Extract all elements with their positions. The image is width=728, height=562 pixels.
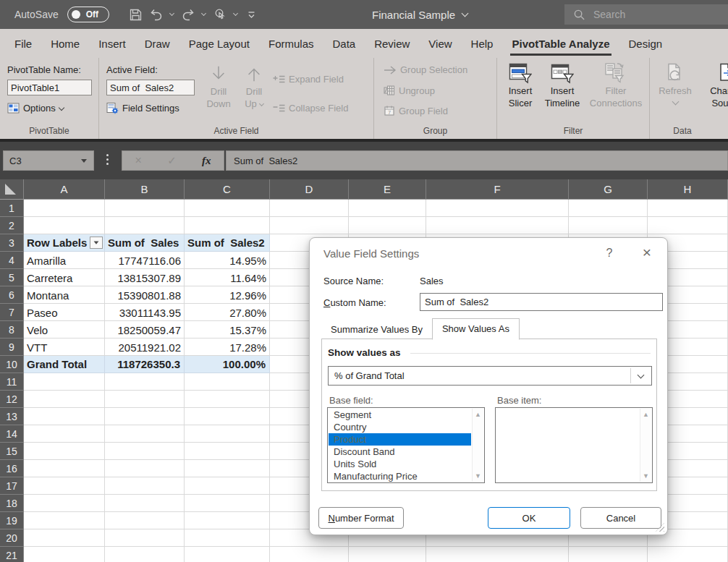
undo-icon[interactable]	[147, 4, 166, 25]
base-field-listbox[interactable]: Segment Country Product Discount Band Un…	[327, 407, 485, 483]
insert-slicer-button[interactable]: Insert Slicer	[501, 61, 539, 109]
close-icon[interactable]: ×	[638, 244, 656, 261]
tab-page-layout[interactable]: Page Layout	[179, 29, 259, 58]
tab-view[interactable]: View	[419, 29, 461, 58]
touch-mode-icon[interactable]	[211, 4, 229, 25]
cell-a5[interactable]: Carretera	[24, 269, 105, 286]
row-header-14[interactable]: 14	[0, 425, 24, 443]
tab-review[interactable]: Review	[365, 29, 419, 58]
row-header-11[interactable]: 11	[0, 373, 24, 391]
row-header-9[interactable]: 9	[0, 339, 24, 356]
tab-draw[interactable]: Draw	[135, 29, 179, 58]
search-input[interactable]: Search	[564, 4, 728, 25]
cell-a3-row-labels[interactable]: Row Labels	[24, 234, 105, 252]
list-item[interactable]: Manufacturing Price	[329, 470, 471, 482]
tab-design[interactable]: Design	[619, 29, 672, 58]
filter-dropdown-button[interactable]	[90, 237, 103, 249]
tab-insert[interactable]: Insert	[89, 29, 135, 58]
row-header-2[interactable]: 2	[0, 217, 24, 234]
refresh-button[interactable]: Refresh	[654, 61, 696, 104]
drill-up-button[interactable]: Drill Up	[237, 62, 271, 110]
cell-c9[interactable]: 17.28%	[185, 339, 270, 356]
cell-a6[interactable]: Montana	[24, 286, 105, 304]
insert-function-icon[interactable]: fx	[202, 155, 211, 167]
row-header-10[interactable]: 10	[0, 356, 24, 373]
pivottable-name-input[interactable]: PivotTable1	[7, 80, 92, 95]
dialog-title[interactable]: Value Field Settings	[323, 247, 419, 260]
name-box-dropdown-icon[interactable]	[81, 159, 87, 163]
cell-c10[interactable]: 100.00%	[185, 356, 270, 373]
row-header-16[interactable]: 16	[0, 460, 24, 477]
scroll-down-icon[interactable]: ▼	[475, 472, 481, 480]
cell-c7[interactable]: 27.80%	[185, 304, 270, 321]
number-format-button[interactable]: Number Format	[318, 507, 404, 529]
redo-icon[interactable]	[179, 4, 198, 25]
tab-data[interactable]: Data	[323, 29, 365, 58]
list-item[interactable]: Discount Band	[329, 446, 471, 458]
cell-b6[interactable]: 15390801.88	[105, 286, 185, 304]
column-header-h[interactable]: H	[648, 179, 728, 200]
cell-b3-sum-of-sales[interactable]: Sum of Sales	[105, 234, 185, 252]
cell-a8[interactable]: Velo	[24, 321, 105, 339]
touch-mode-chevron-icon[interactable]	[231, 12, 241, 15]
cell-c3-sum-of-sales2[interactable]: Sum of Sales2	[185, 234, 270, 252]
list-item[interactable]: Segment	[329, 409, 471, 421]
row-header-4[interactable]: 4	[0, 252, 24, 269]
tab-help[interactable]: Help	[462, 29, 503, 58]
tab-home[interactable]: Home	[41, 29, 89, 58]
base-item-scrollbar[interactable]: ▲ ▼	[640, 409, 651, 482]
collapse-field-button[interactable]: Collapse Field	[273, 103, 348, 114]
row-header-15[interactable]: 15	[0, 443, 24, 460]
column-header-g[interactable]: G	[569, 179, 648, 200]
column-header-c[interactable]: C	[185, 179, 270, 200]
cancel-entry-icon[interactable]: ×	[135, 154, 142, 167]
formula-bar-drag-dots-icon[interactable]	[106, 154, 109, 165]
select-all-corner[interactable]	[0, 179, 24, 200]
cell-b4[interactable]: 17747116.06	[105, 252, 185, 269]
row-header-21[interactable]: 21	[0, 547, 24, 562]
row-header-20[interactable]: 20	[0, 529, 24, 547]
ungroup-button[interactable]: Ungroup	[384, 85, 435, 96]
column-header-b[interactable]: B	[105, 179, 185, 200]
row-header-3[interactable]: 3	[0, 234, 24, 252]
row-header-18[interactable]: 18	[0, 495, 24, 512]
row-header-19[interactable]: 19	[0, 512, 24, 529]
save-icon[interactable]	[127, 4, 145, 25]
custom-name-input[interactable]: Sum of Sales2	[420, 293, 663, 311]
row-header-17[interactable]: 17	[0, 477, 24, 495]
row-header-7[interactable]: 7	[0, 304, 24, 321]
group-field-button[interactable]: 7 Group Field	[384, 105, 448, 116]
expand-field-button[interactable]: Expand Field	[273, 74, 344, 85]
cell-a10[interactable]: Grand Total	[24, 356, 105, 373]
scroll-down-icon[interactable]: ▼	[643, 472, 649, 480]
redo-menu-chevron-icon[interactable]	[199, 12, 209, 15]
cancel-button[interactable]: Cancel	[580, 507, 661, 529]
list-item[interactable]: Country	[329, 421, 471, 433]
insert-timeline-button[interactable]: Insert Timeline	[539, 61, 585, 109]
list-item[interactable]: Units Sold	[329, 458, 471, 470]
cell-a9[interactable]: VTT	[24, 339, 105, 356]
help-button[interactable]: ?	[602, 247, 617, 260]
tab-show-values-as[interactable]: Show Values As	[432, 318, 520, 340]
row-header-12[interactable]: 12	[0, 391, 24, 408]
tab-summarize-values-by[interactable]: Summarize Values By	[321, 320, 432, 339]
cell-c8[interactable]: 15.37%	[185, 321, 270, 339]
dropdown-chevron-button[interactable]	[630, 368, 650, 383]
active-field-input[interactable]: Sum of Sales2	[106, 80, 195, 95]
autosave-toggle[interactable]: Off	[67, 7, 109, 22]
row-header-8[interactable]: 8	[0, 321, 24, 339]
row-header-5[interactable]: 5	[0, 269, 24, 286]
column-header-d[interactable]: D	[270, 179, 349, 200]
group-selection-button[interactable]: Group Selection	[384, 64, 467, 75]
options-button[interactable]: Options	[7, 102, 64, 114]
scroll-up-icon[interactable]: ▲	[643, 411, 649, 418]
base-field-scrollbar[interactable]: ▲ ▼	[472, 409, 483, 482]
cell-a7[interactable]: Paseo	[24, 304, 105, 321]
cell-b7[interactable]: 33011143.95	[105, 304, 185, 321]
row-header-6[interactable]: 6	[0, 286, 24, 304]
drill-down-button[interactable]: Drill Down	[201, 62, 236, 110]
scroll-up-icon[interactable]: ▲	[475, 411, 481, 418]
field-settings-button[interactable]: Field Settings	[106, 102, 179, 114]
document-title[interactable]: Financial Sample	[372, 0, 467, 29]
tab-formulas[interactable]: Formulas	[259, 29, 323, 58]
